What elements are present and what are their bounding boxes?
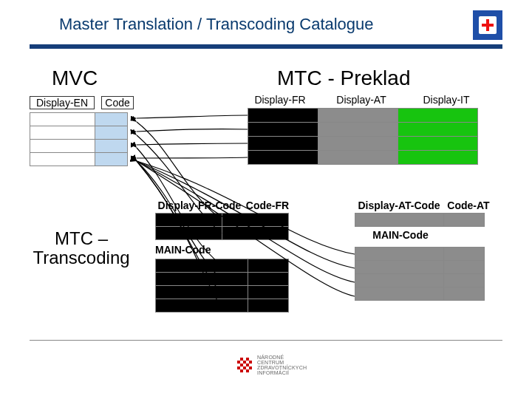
column-header-code-at: Code-AT (446, 200, 491, 211)
column-header-display-it: Display-IT (414, 94, 479, 106)
table-main-code-left (155, 259, 289, 313)
column-header-main-code-left: MAIN-Code (155, 244, 222, 256)
table-fr-code (155, 213, 289, 240)
column-header-display-en: Display-EN (30, 96, 95, 109)
table-preklad (248, 108, 478, 165)
column-header-display-at: Display-AT (329, 94, 394, 106)
page-title: Master Translation / Transcoding Catalog… (0, 15, 532, 34)
column-header-display-at-code: Display-AT-Code (355, 200, 443, 211)
title-rule (30, 44, 502, 49)
table-row (156, 227, 289, 240)
table-row (30, 113, 128, 126)
footer-rule (30, 340, 502, 341)
footer-org-text: NÁRODNÉ CENTRUM ZDRAVOTNÍCKYCH INFORMÁCI… (257, 355, 307, 375)
column-header-code-fr: Code-FR (245, 200, 290, 211)
table-row (156, 214, 289, 227)
table-row (355, 261, 485, 274)
section-label-mtc-transcoding: MTC – Transcoding (22, 229, 140, 268)
section-label-mvc: MVC (52, 66, 98, 90)
column-header-display-fr-code: Display-FR-Code (155, 200, 244, 211)
table-at-code (355, 213, 485, 227)
table-row (30, 126, 128, 140)
org-logo-icon (473, 10, 502, 40)
table-row (156, 286, 289, 299)
footer-org-logo: NÁRODNÉ CENTRUM ZDRAVOTNÍCKYCH INFORMÁCI… (236, 355, 307, 375)
column-header-code: Code (101, 96, 134, 109)
table-row (248, 137, 478, 151)
table-row (30, 140, 128, 153)
table-row (355, 287, 485, 301)
table-row (156, 299, 289, 313)
table-row (355, 214, 485, 227)
table-row (248, 123, 478, 137)
table-mvc (30, 112, 128, 166)
table-row (248, 109, 478, 123)
section-label-mtc-preklad: MTC - Preklad (277, 66, 410, 90)
column-header-display-fr: Display-FR (248, 94, 313, 106)
table-row (248, 151, 478, 165)
table-main-code-right (355, 247, 485, 301)
table-row (355, 248, 485, 261)
table-row (355, 274, 485, 287)
column-header-main-code-right: MAIN-Code (364, 229, 437, 241)
header: Master Translation / Transcoding Catalog… (0, 0, 532, 41)
footer-org-icon (236, 357, 253, 373)
table-row (156, 273, 289, 286)
table-row (30, 153, 128, 166)
table-row (156, 259, 289, 273)
